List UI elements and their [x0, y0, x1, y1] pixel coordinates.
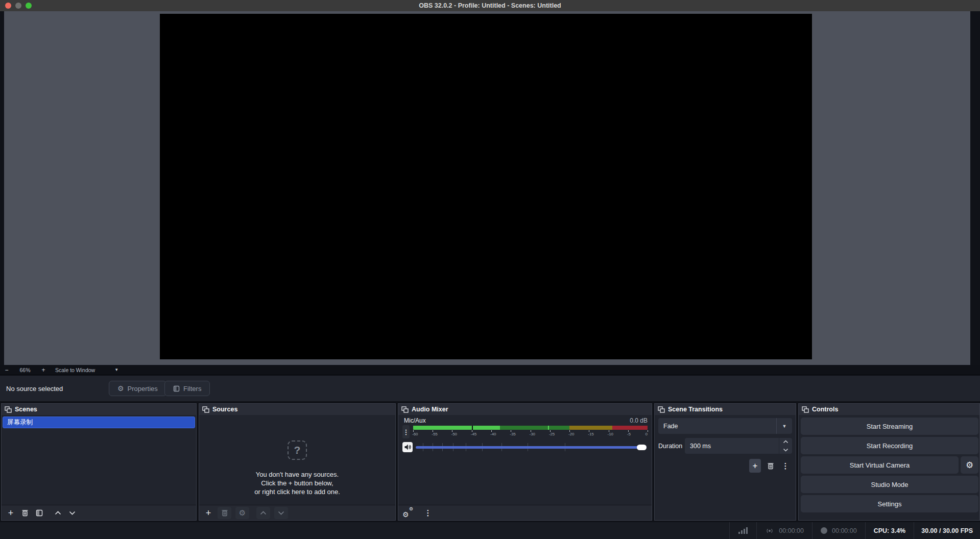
- meter-peak-indicator: [548, 426, 549, 430]
- meter-tick-label: -60: [412, 432, 418, 436]
- sources-panel-header[interactable]: Sources: [199, 404, 395, 415]
- scene-item-selected[interactable]: 屏幕录制: [3, 416, 195, 428]
- record-timer: 00:00:00: [812, 522, 865, 539]
- panel-icon: [5, 406, 12, 413]
- scale-mode-label: Scale to Window: [55, 367, 95, 373]
- transition-actions: + ⋮: [749, 459, 791, 473]
- sources-panel-title: Sources: [212, 406, 237, 413]
- scenes-toolbar: +: [2, 505, 196, 520]
- transition-menu-button[interactable]: ⋮: [780, 460, 791, 472]
- gear-icon: ⚙: [402, 510, 409, 519]
- move-source-down-button[interactable]: [274, 507, 288, 519]
- trash-icon: [221, 509, 228, 517]
- speaker-icon: [404, 444, 412, 451]
- volume-slider-handle[interactable]: [637, 445, 647, 450]
- meter-tick: [648, 430, 648, 432]
- start-streaming-button[interactable]: Start Streaming: [801, 418, 978, 435]
- controls-panel-header[interactable]: Controls: [799, 404, 979, 415]
- move-source-up-button[interactable]: [256, 507, 270, 519]
- start-virtual-camera-button[interactable]: Start Virtual Camera: [801, 456, 959, 474]
- meter-tick-label: -10: [608, 432, 614, 436]
- zoom-out-button[interactable]: −: [0, 366, 13, 374]
- preview-canvas[interactable]: [160, 14, 812, 359]
- audio-mixer-panel-header[interactable]: Audio Mixer: [398, 404, 652, 415]
- remove-transition-button[interactable]: [766, 460, 776, 472]
- meter-tick-label: 0: [646, 432, 648, 436]
- controls-panel-title: Controls: [812, 406, 838, 413]
- advanced-audio-properties-button[interactable]: ⚙ ⚙: [402, 508, 414, 518]
- virtual-camera-settings-button[interactable]: ⚙: [961, 456, 978, 474]
- transition-duration-row: Duration 300 ms: [658, 438, 792, 454]
- scenes-panel-header[interactable]: Scenes: [2, 404, 196, 415]
- scene-filters-button[interactable]: [34, 507, 44, 519]
- properties-button-label: Properties: [128, 385, 158, 393]
- scenes-list[interactable]: 屏幕录制: [2, 415, 196, 505]
- volume-slider[interactable]: [416, 442, 647, 452]
- move-scene-up-button[interactable]: [53, 507, 63, 519]
- filters-button[interactable]: Filters: [164, 381, 210, 396]
- start-recording-button[interactable]: Start Recording: [801, 437, 978, 454]
- chevron-up-icon: [55, 511, 61, 515]
- audio-channel-menu-button[interactable]: ⋮: [402, 425, 410, 438]
- sources-list[interactable]: ? You don't have any sources. Click the …: [199, 415, 395, 505]
- fps-value: 30.00 / 30.00 FPS: [921, 527, 973, 534]
- controls-panel: Controls Start Streaming Start Recording…: [798, 403, 980, 521]
- move-scene-down-button[interactable]: [67, 507, 77, 519]
- sources-toolbar: + ⚙: [199, 505, 395, 520]
- empty-hint-line: You don't have any sources.: [256, 470, 339, 479]
- chevron-down-icon: [69, 511, 76, 515]
- properties-button[interactable]: ⚙ Properties: [109, 381, 166, 396]
- empty-hint-line: Click the + button below,: [261, 479, 333, 487]
- sources-empty-state: ? You don't have any sources. Click the …: [199, 440, 395, 496]
- audio-mixer-panel: Audio Mixer Mic/Aux 0.0 dB ⋮ -60-55-50-4…: [398, 403, 652, 521]
- duration-value: 300 ms: [685, 443, 711, 450]
- panel-icon: [802, 406, 809, 413]
- empty-hint-line: or right click here to add one.: [254, 487, 340, 496]
- transition-type-dropdown[interactable]: Fade ▼: [658, 418, 792, 434]
- gear-icon: ⚙: [117, 385, 124, 392]
- audio-channel-name: Mic/Aux: [404, 417, 426, 424]
- meter-tick-label: -50: [451, 432, 457, 436]
- gear-icon: ⚙: [966, 460, 973, 470]
- scene-transitions-panel-header[interactable]: Scene Transitions: [655, 404, 796, 415]
- add-transition-button[interactable]: +: [749, 459, 761, 473]
- meter-tick-label: -30: [530, 432, 536, 436]
- audio-channel-level-db: 0.0 dB: [630, 417, 648, 424]
- remove-scene-button[interactable]: [20, 507, 30, 519]
- gear-icon: ⚙: [409, 506, 413, 511]
- chevron-down-icon: [278, 511, 284, 515]
- window-title: OBS 32.0.2 - Profile: Untitled - Scenes:…: [419, 2, 561, 9]
- audio-mixer-panel-title: Audio Mixer: [412, 406, 448, 413]
- zoom-window-button[interactable]: [26, 3, 32, 9]
- audio-level-meter: [413, 426, 648, 430]
- duration-spinbox[interactable]: 300 ms: [685, 438, 792, 454]
- remove-source-button[interactable]: [218, 507, 231, 519]
- titlebar: OBS 32.0.2 - Profile: Untitled - Scenes:…: [0, 0, 980, 11]
- scenes-panel: Scenes 屏幕录制 +: [1, 403, 197, 521]
- minimize-window-button[interactable]: [15, 3, 21, 9]
- settings-button[interactable]: Settings: [801, 495, 978, 512]
- meter-tick-label: -15: [588, 432, 594, 436]
- obs-window: OBS 32.0.2 - Profile: Untitled - Scenes:…: [0, 0, 980, 539]
- mixer-menu-button[interactable]: ⋮: [423, 507, 433, 519]
- zoom-level: 66%: [13, 367, 37, 373]
- zoom-in-button[interactable]: +: [37, 366, 50, 374]
- scene-transitions-panel: Scene Transitions Fade ▼ Duration 300 ms: [654, 403, 796, 521]
- scale-mode-dropdown[interactable]: Scale to Window ▼: [50, 365, 124, 375]
- filter-icon: [173, 385, 180, 392]
- transition-type-value: Fade: [658, 423, 776, 430]
- trash-icon: [21, 509, 29, 517]
- duration-decrement-button[interactable]: [779, 446, 792, 454]
- studio-mode-button[interactable]: Studio Mode: [801, 476, 978, 493]
- add-source-button[interactable]: +: [203, 507, 213, 519]
- chevron-down-icon: ▼: [777, 424, 792, 429]
- mute-toggle-button[interactable]: [402, 442, 413, 452]
- stream-time: 00:00:00: [779, 527, 804, 534]
- duration-increment-button[interactable]: [779, 438, 792, 446]
- source-properties-button[interactable]: ⚙: [235, 507, 249, 519]
- chevron-down-icon: ▼: [114, 368, 118, 372]
- close-window-button[interactable]: [5, 3, 11, 9]
- scene-transitions-panel-title: Scene Transitions: [668, 406, 723, 413]
- add-scene-button[interactable]: +: [6, 507, 16, 519]
- scene-transitions-body: Fade ▼ Duration 300 ms: [655, 415, 796, 520]
